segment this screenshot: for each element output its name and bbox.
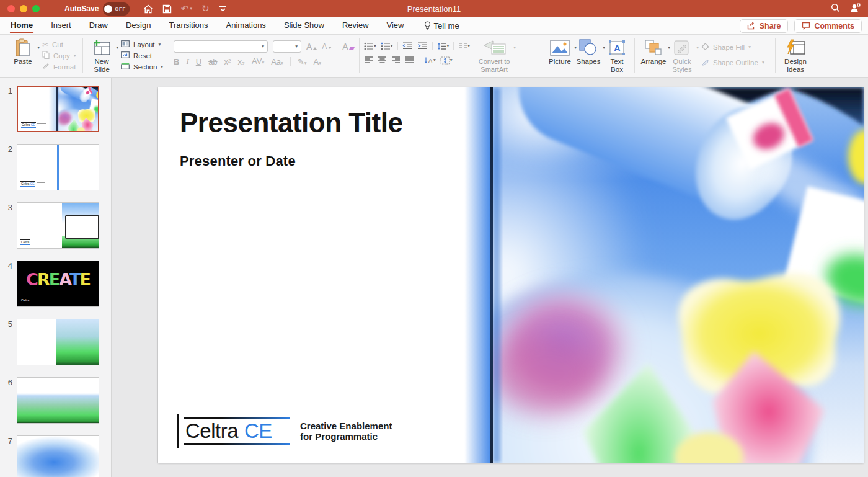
- tab-transitions[interactable]: Transitions: [168, 18, 208, 33]
- title-placeholder[interactable]: Presentation Title: [177, 107, 474, 148]
- minimize-window-button[interactable]: [20, 5, 27, 12]
- share-icon: [747, 22, 756, 30]
- ribbon-tab-bar: Home Insert Draw Design Transitions Anim…: [0, 17, 868, 35]
- undo-button[interactable]: ↶ ▾: [181, 4, 192, 14]
- align-center-button[interactable]: [378, 56, 387, 64]
- chevron-down-icon: ▾: [513, 45, 516, 50]
- columns-button[interactable]: ▾: [458, 42, 470, 50]
- superscript-button[interactable]: x²: [224, 57, 231, 66]
- text-direction-button[interactable]: A▾: [423, 56, 436, 65]
- shape-fill-button[interactable]: Shape Fill ▾: [701, 42, 764, 51]
- tab-animations[interactable]: Animations: [226, 18, 267, 33]
- text-box-label: Text Box: [610, 58, 623, 74]
- slide-thumbnail-1[interactable]: Celtra CE: [17, 86, 99, 132]
- autosave-toggle[interactable]: OFF: [103, 2, 130, 16]
- slide-artwork[interactable]: [493, 87, 864, 463]
- underline-button[interactable]: U: [196, 57, 202, 66]
- chevron-down-icon: ▾: [295, 44, 298, 49]
- slide-thumbnail-4[interactable]: CREATE Celtra: [17, 261, 99, 307]
- numbering-button[interactable]: ▾: [381, 42, 393, 50]
- reset-button[interactable]: Reset: [121, 51, 163, 60]
- paste-button[interactable]: ▾ Paste: [9, 38, 37, 66]
- layout-button[interactable]: Layout ▾: [121, 40, 163, 49]
- search-icon[interactable]: [831, 3, 840, 15]
- cut-label: Cut: [52, 41, 63, 48]
- format-painter-button[interactable]: Format: [42, 62, 76, 71]
- justify-button[interactable]: [405, 56, 414, 64]
- chevron-down-icon: ▾: [262, 44, 264, 49]
- change-case-button[interactable]: Aa▾: [271, 57, 283, 66]
- align-left-button[interactable]: [364, 56, 373, 64]
- tab-home[interactable]: Home: [10, 18, 33, 33]
- chevron-down-icon[interactable]: ▾: [37, 45, 40, 50]
- zoom-window-button[interactable]: [32, 5, 40, 12]
- italic-button[interactable]: I: [186, 56, 188, 66]
- picture-button[interactable]: ▾ Picture: [546, 38, 574, 66]
- font-name-combobox[interactable]: ▾: [174, 40, 268, 53]
- picture-label: Picture: [549, 58, 571, 66]
- convert-to-smartart-button[interactable]: ▾ Convert to SmartArt: [475, 38, 513, 73]
- decrease-font-size-button[interactable]: A: [322, 42, 332, 51]
- arrange-label: Arrange: [641, 58, 666, 66]
- tab-review[interactable]: Review: [342, 18, 370, 33]
- design-ideas-icon: [786, 38, 805, 57]
- chevron-down-icon: ▾: [319, 61, 321, 66]
- slide-thumbnail-6[interactable]: [17, 377, 99, 424]
- design-ideas-button[interactable]: Design Ideas: [780, 38, 811, 74]
- character-spacing-button[interactable]: AV▾: [252, 56, 264, 66]
- align-text-vertical-button[interactable]: ▾: [440, 56, 453, 65]
- font-color-button[interactable]: A▾: [313, 57, 321, 66]
- redo-button[interactable]: ↻: [202, 4, 210, 14]
- line-spacing-button[interactable]: ▾: [437, 42, 450, 50]
- tab-slide-show[interactable]: Slide Show: [283, 18, 325, 33]
- new-slide-button[interactable]: ▾ New Slide: [87, 38, 116, 74]
- slide-thumbnail-7[interactable]: [17, 435, 99, 477]
- tab-insert[interactable]: Insert: [50, 18, 72, 33]
- close-window-button[interactable]: [7, 5, 15, 12]
- account-icon[interactable]: [850, 2, 861, 15]
- decrease-indent-button[interactable]: [402, 42, 413, 50]
- bullets-button[interactable]: ▾: [364, 42, 376, 50]
- increase-font-size-button[interactable]: A: [306, 42, 317, 51]
- slide-thumbnail-3[interactable]: Celtra: [17, 202, 99, 249]
- chevron-down-icon: ▾: [374, 43, 376, 48]
- shape-outline-button[interactable]: Shape Outline ▾: [701, 58, 764, 67]
- tab-design[interactable]: Design: [125, 18, 151, 33]
- share-button[interactable]: Share: [740, 19, 789, 33]
- slide-thumbnail-5[interactable]: [17, 319, 99, 365]
- chevron-down-icon[interactable]: ▾: [116, 45, 118, 50]
- section-button[interactable]: Section ▾: [121, 62, 163, 71]
- font-size-combobox[interactable]: ▾: [273, 40, 301, 53]
- subscript-button[interactable]: x₂: [237, 57, 245, 66]
- reset-label: Reset: [133, 52, 152, 60]
- tab-draw[interactable]: Draw: [89, 18, 108, 33]
- mini-logo: Celtra CE: [21, 122, 46, 128]
- customize-toolbar-icon[interactable]: [219, 5, 227, 12]
- chevron-down-icon: ▾: [696, 45, 699, 50]
- svg-text:A: A: [614, 43, 621, 53]
- eraser-icon: [349, 47, 355, 50]
- strikethrough-button[interactable]: ab: [208, 57, 217, 66]
- subtitle-placeholder[interactable]: Presenter or Date: [177, 151, 474, 185]
- chevron-down-icon[interactable]: ▾: [190, 6, 192, 11]
- text-highlight-button[interactable]: ✎▾: [298, 57, 307, 66]
- text-box-button[interactable]: A Text Box: [603, 38, 631, 74]
- shapes-button[interactable]: ▾ Shapes: [574, 38, 603, 66]
- align-right-button[interactable]: [391, 56, 401, 64]
- tell-me-button[interactable]: Tell me: [424, 21, 459, 30]
- bold-button[interactable]: B: [174, 57, 179, 66]
- quick-styles-button[interactable]: ▾ Quick Styles: [668, 38, 696, 74]
- save-icon[interactable]: [162, 4, 172, 14]
- increase-indent-button[interactable]: [417, 42, 428, 50]
- home-icon[interactable]: [143, 4, 153, 14]
- slide-thumbnail-2[interactable]: Celtra CE: [17, 144, 99, 190]
- arrange-button[interactable]: ▾ Arrange: [639, 38, 668, 66]
- copy-button[interactable]: Copy ▾: [42, 51, 76, 60]
- celtra-ce-logo[interactable]: Celtra CE Creative Enablement for Progra…: [177, 414, 392, 448]
- comments-button[interactable]: Comments: [794, 19, 862, 33]
- slide-thumbnail-panel: 1 Celtra CE 2: [0, 78, 112, 477]
- tab-view[interactable]: View: [386, 18, 405, 33]
- clear-formatting-button[interactable]: A: [342, 42, 353, 51]
- cut-button[interactable]: ✂ Cut: [42, 40, 76, 49]
- copy-label: Copy: [53, 52, 70, 60]
